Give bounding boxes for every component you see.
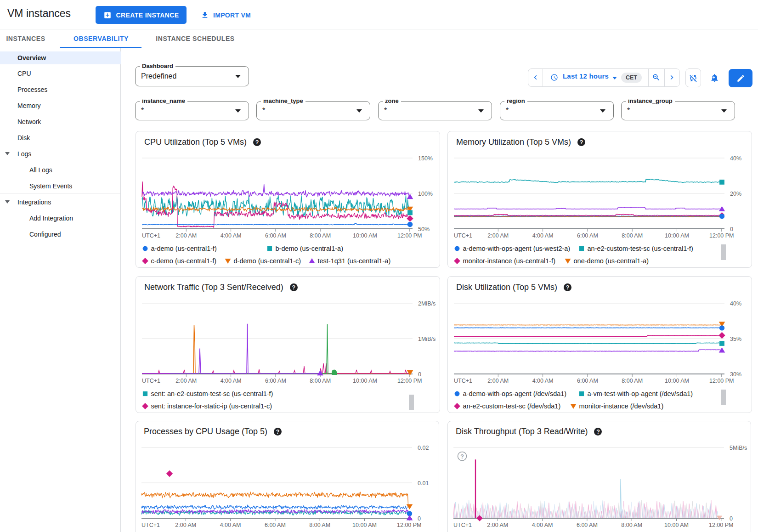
svg-text:2:00 AM: 2:00 AM xyxy=(487,522,508,528)
svg-text:10:00 AM: 10:00 AM xyxy=(353,232,377,239)
svg-text:0.02: 0.02 xyxy=(418,445,429,451)
svg-text:4:00 AM: 4:00 AM xyxy=(221,378,242,384)
svg-text:0: 0 xyxy=(418,515,421,522)
svg-text:UTC+1: UTC+1 xyxy=(142,378,160,384)
svg-text:10:00 AM: 10:00 AM xyxy=(353,378,377,384)
svg-text:12:00 PM: 12:00 PM xyxy=(397,522,422,528)
svg-text:b-demo (us-central1-a): b-demo (us-central1-a) xyxy=(276,245,343,252)
svg-text:one-demo (us-central1-a): one-demo (us-central1-a) xyxy=(574,257,649,265)
svg-text:4:00 AM: 4:00 AM xyxy=(532,522,553,528)
svg-text:4:00 AM: 4:00 AM xyxy=(220,522,241,528)
svg-text:an-e2-custom-test-sc (us-centr: an-e2-custom-test-sc (us-central1-f) xyxy=(588,245,693,252)
svg-text:30%: 30% xyxy=(730,371,741,378)
svg-text:8:00 AM: 8:00 AM xyxy=(310,378,331,384)
svg-text:50%: 50% xyxy=(418,226,430,232)
svg-text:UTC+1: UTC+1 xyxy=(453,522,472,528)
svg-text:10:00 AM: 10:00 AM xyxy=(665,232,689,239)
svg-text:0: 0 xyxy=(418,371,421,378)
svg-text:test-1q31 (us-central1-a): test-1q31 (us-central1-a) xyxy=(318,257,391,265)
svg-text:monitor-instance (/dev/sda1): monitor-instance (/dev/sda1) xyxy=(579,402,664,410)
svg-text:2MiB/s: 2MiB/s xyxy=(418,300,436,307)
svg-text:12:00 PM: 12:00 PM xyxy=(709,522,734,528)
svg-text:2:00 AM: 2:00 AM xyxy=(175,522,196,528)
svg-text:10:00 AM: 10:00 AM xyxy=(665,378,689,384)
svg-text:sent: instance-for-static-ip (: sent: instance-for-static-ip (us-central… xyxy=(151,402,272,410)
svg-text:100%: 100% xyxy=(418,191,433,197)
svg-text:0: 0 xyxy=(730,515,733,522)
svg-text:a-demo (us-central1-f): a-demo (us-central1-f) xyxy=(151,245,217,252)
svg-text:an-e2-custom-test-sc (/dev/sda: an-e2-custom-test-sc (/dev/sda1) xyxy=(463,402,561,410)
svg-text:UTC+1: UTC+1 xyxy=(142,232,160,239)
svg-text:8:00 AM: 8:00 AM xyxy=(622,378,643,384)
svg-text:4:00 AM: 4:00 AM xyxy=(532,378,554,384)
svg-text:UTC+1: UTC+1 xyxy=(454,232,472,239)
svg-text:8:00 AM: 8:00 AM xyxy=(309,522,330,528)
svg-text:6:00 AM: 6:00 AM xyxy=(577,232,598,239)
svg-text:8:00 AM: 8:00 AM xyxy=(621,522,642,528)
svg-text:20%: 20% xyxy=(730,191,741,197)
svg-text:d-demo (us-central1-c): d-demo (us-central1-c) xyxy=(234,257,301,265)
svg-text:0: 0 xyxy=(730,226,733,232)
svg-text:2:00 AM: 2:00 AM xyxy=(487,232,509,239)
svg-text:10:00 AM: 10:00 AM xyxy=(664,522,689,528)
svg-text:35%: 35% xyxy=(730,336,741,342)
svg-text:a-demo-with-ops-agent (us-west: a-demo-with-ops-agent (us-west2-a) xyxy=(463,245,571,252)
svg-text:12:00 PM: 12:00 PM xyxy=(709,232,734,239)
svg-text:4:00 AM: 4:00 AM xyxy=(221,232,242,239)
svg-text:1MiB/s: 1MiB/s xyxy=(418,336,436,342)
svg-text:6:00 AM: 6:00 AM xyxy=(265,522,286,528)
svg-text:monitor-instance (us-central1-: monitor-instance (us-central1-f) xyxy=(463,257,555,265)
svg-text:6:00 AM: 6:00 AM xyxy=(265,232,286,239)
svg-text:10:00 AM: 10:00 AM xyxy=(352,522,377,528)
svg-text:c-demo (us-central1-f): c-demo (us-central1-f) xyxy=(151,257,217,265)
svg-text:sent: an-e2-custom-test-sc (us: sent: an-e2-custom-test-sc (us-central1-… xyxy=(151,390,273,397)
svg-text:8:00 AM: 8:00 AM xyxy=(622,232,643,239)
svg-text:8:00 AM: 8:00 AM xyxy=(310,232,331,239)
svg-text:12:00 PM: 12:00 PM xyxy=(397,232,422,239)
svg-text:2:00 AM: 2:00 AM xyxy=(487,378,509,384)
svg-text:12:00 PM: 12:00 PM xyxy=(397,378,422,384)
svg-text:2:00 AM: 2:00 AM xyxy=(175,378,197,384)
svg-text:40%: 40% xyxy=(730,155,741,162)
svg-text:UTC+1: UTC+1 xyxy=(454,378,472,384)
svg-text:150%: 150% xyxy=(418,155,433,162)
svg-text:a-vm-test-with-op-agent (/dev/: a-vm-test-with-op-agent (/dev/sda1) xyxy=(588,390,693,397)
svg-text:40%: 40% xyxy=(730,300,741,307)
svg-text:6:00 AM: 6:00 AM xyxy=(577,522,598,528)
svg-text:a-demo-with-ops-agent (/dev/sd: a-demo-with-ops-agent (/dev/sda1) xyxy=(463,390,567,397)
svg-text:2:00 AM: 2:00 AM xyxy=(175,232,197,239)
svg-text:UTC+1: UTC+1 xyxy=(141,522,160,528)
svg-text:?: ? xyxy=(460,453,464,460)
svg-text:4:00 AM: 4:00 AM xyxy=(532,232,554,239)
svg-text:0.01: 0.01 xyxy=(418,480,429,487)
svg-text:5MiB/s: 5MiB/s xyxy=(730,445,747,451)
svg-text:6:00 AM: 6:00 AM xyxy=(265,378,286,384)
svg-text:6:00 AM: 6:00 AM xyxy=(577,378,598,384)
svg-text:12:00 PM: 12:00 PM xyxy=(709,378,734,384)
